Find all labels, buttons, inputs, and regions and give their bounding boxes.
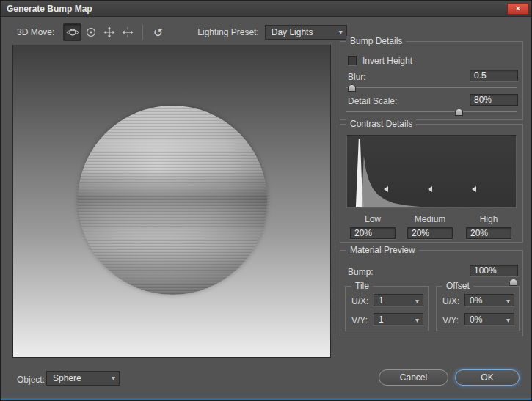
bump-map-preview-canvas[interactable] <box>12 45 331 358</box>
bump-value-field[interactable]: 100% <box>470 265 518 276</box>
toolbar-separator <box>142 25 143 40</box>
roll-tool-button[interactable] <box>81 23 100 41</box>
tile-title: Tile <box>351 281 373 291</box>
contrast-high-label: High <box>466 214 511 224</box>
tile-vy-value: 1 <box>379 314 384 325</box>
blur-label: Blur: <box>348 72 366 82</box>
contrast-details-group: Contrast Details Low Medium High 20% 20%… <box>340 124 523 243</box>
dialog-title: Generate Bump Map <box>7 4 92 14</box>
invert-height-checkbox[interactable] <box>348 56 357 65</box>
ok-button-label: OK <box>481 372 493 383</box>
blur-value: 0.5 <box>474 70 487 81</box>
window-bottom-edge <box>1 398 531 400</box>
histogram-marker-medium[interactable] <box>428 186 432 192</box>
reset-icon: ↺ <box>153 26 163 40</box>
detail-scale-slider-thumb[interactable] <box>455 108 463 116</box>
chevron-down-icon: ▾ <box>506 297 510 305</box>
chevron-down-icon: ▾ <box>415 316 419 324</box>
histogram <box>346 135 517 208</box>
contrast-low-label: Low <box>350 214 396 224</box>
contrast-medium-label: Medium <box>407 214 453 224</box>
tile-ux-label: U/X: <box>351 296 368 306</box>
slide-icon <box>122 26 134 38</box>
tile-ux-dropdown[interactable]: 1 ▾ <box>374 294 423 306</box>
generate-bump-map-dialog: Generate Bump Map ✕ 3D Move: <box>0 0 532 401</box>
bump-value: 100% <box>474 265 497 276</box>
chevron-down-icon: ▾ <box>339 28 343 36</box>
contrast-low-value: 20% <box>354 228 372 238</box>
detail-scale-slider-track <box>346 111 517 112</box>
title-bar[interactable]: Generate Bump Map <box>1 1 531 17</box>
cancel-button[interactable]: Cancel <box>379 369 448 386</box>
contrast-medium-value: 20% <box>412 228 429 238</box>
bump-slider-thumb[interactable] <box>509 279 517 286</box>
offset-group: Offset U/X: 0% ▾ V/Y: 0% ▾ <box>436 286 520 331</box>
object-dropdown[interactable]: Sphere ▾ <box>46 371 120 386</box>
roll-icon <box>85 26 97 38</box>
chevron-down-icon: ▾ <box>112 374 115 382</box>
preview-sphere[interactable] <box>78 106 267 295</box>
lighting-preset-dropdown[interactable]: Day Lights ▾ <box>265 25 347 40</box>
slide-tool-button[interactable] <box>118 23 136 41</box>
offset-title: Offset <box>442 281 473 291</box>
histogram-plot <box>347 136 516 207</box>
blur-slider <box>346 84 517 92</box>
object-label: Object: <box>17 375 45 385</box>
material-preview-group: Material Preview Bump: 100% Tile U/X: 1 … <box>340 250 523 336</box>
bump-details-title: Bump Details <box>346 36 406 46</box>
histogram-marker-high[interactable] <box>472 186 476 192</box>
offset-ux-dropdown[interactable]: 0% ▾ <box>464 294 514 306</box>
offset-vy-dropdown[interactable]: 0% ▾ <box>464 313 514 325</box>
toolbar: 3D Move: <box>1 21 531 43</box>
close-button[interactable]: ✕ <box>507 3 529 15</box>
invert-height-label: Invert Height <box>362 56 412 66</box>
offset-vy-label: V/Y: <box>442 315 459 325</box>
bump-label: Bump: <box>348 267 374 277</box>
ok-button[interactable]: OK <box>455 369 520 386</box>
move-tool-group <box>63 23 136 41</box>
histogram-marker-low[interactable] <box>384 186 388 192</box>
blur-slider-thumb[interactable] <box>348 84 356 92</box>
move-tools-label: 3D Move: <box>17 27 54 37</box>
orbit-icon <box>66 26 79 38</box>
tile-vy-dropdown[interactable]: 1 ▾ <box>374 313 423 325</box>
orbit-tool-button[interactable] <box>63 23 81 41</box>
offset-vy-value: 0% <box>470 314 482 325</box>
reset-view-button[interactable]: ↺ <box>149 23 167 41</box>
chevron-down-icon: ▾ <box>415 297 419 305</box>
contrast-details-title: Contrast Details <box>346 119 416 129</box>
detail-scale-value-field[interactable]: 80% <box>470 94 518 106</box>
cancel-button-label: Cancel <box>400 372 427 383</box>
contrast-high-field[interactable]: 20% <box>466 227 511 239</box>
offset-ux-label: U/X: <box>442 296 459 306</box>
blur-value-field[interactable]: 0.5 <box>470 70 518 81</box>
close-icon: ✕ <box>515 4 521 12</box>
detail-scale-slider <box>346 108 517 116</box>
lighting-preset-value: Day Lights <box>272 27 313 37</box>
contrast-medium-field[interactable]: 20% <box>407 227 453 239</box>
tile-group: Tile U/X: 1 ▾ V/Y: 1 ▾ <box>345 286 429 331</box>
pan-icon <box>103 26 115 38</box>
detail-scale-value: 80% <box>474 95 492 105</box>
offset-ux-value: 0% <box>470 295 482 306</box>
blur-slider-track <box>346 87 517 88</box>
object-value: Sphere <box>53 373 81 383</box>
contrast-low-field[interactable]: 20% <box>350 227 396 239</box>
detail-scale-label: Detail Scale: <box>348 96 397 106</box>
tile-vy-label: V/Y: <box>351 315 368 325</box>
pan-tool-button[interactable] <box>100 23 118 41</box>
tile-ux-value: 1 <box>379 295 384 306</box>
bump-details-group: Bump Details Invert Height Blur: 0.5 Det… <box>340 41 523 120</box>
chevron-down-icon: ▾ <box>506 316 510 324</box>
material-preview-title: Material Preview <box>346 245 419 255</box>
lighting-preset-label: Lighting Preset: <box>197 27 258 37</box>
contrast-high-value: 20% <box>470 228 488 238</box>
